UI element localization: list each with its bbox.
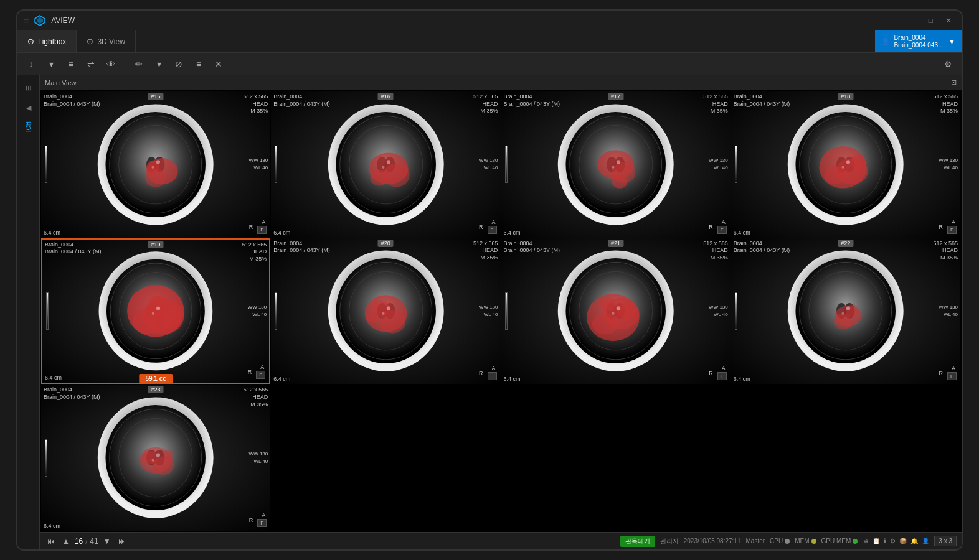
- user-icon: 👤: [881, 37, 890, 45]
- side-ich-label[interactable]: ICH: [24, 119, 33, 134]
- scan-orientation-r: R: [709, 370, 713, 376]
- scan-canvas: Brain_0004 Brain_0004 / 043Y (M) 512 x 5…: [271, 91, 500, 238]
- nav-prev[interactable]: ▲: [60, 536, 72, 547]
- tool-list[interactable]: ≡: [62, 56, 80, 72]
- svg-point-89: [600, 298, 615, 311]
- grid-size-selector[interactable]: 3 x 3: [934, 536, 957, 546]
- scan-orientation-r: R: [249, 224, 253, 230]
- scan-cell-9[interactable]: Brain_0004 Brain_0004 / 043Y (M) 512 x 5…: [41, 385, 270, 531]
- svg-point-114: [164, 450, 174, 460]
- svg-point-24: [386, 160, 390, 164]
- viewer-header: Main View ⊡: [40, 75, 962, 90]
- status-icon-7[interactable]: 👤: [922, 538, 929, 544]
- status-icon-3[interactable]: ℹ: [884, 538, 886, 544]
- tool-delete[interactable]: ✕: [210, 56, 227, 72]
- svg-point-64: [152, 312, 154, 315]
- viewer-expand-icon[interactable]: ⊡: [951, 78, 957, 86]
- user-badge[interactable]: 👤 Brain_0004 Brain_0004 043 ... ▼: [875, 30, 962, 52]
- menu-icon[interactable]: ≡: [24, 16, 29, 26]
- scan-info-tr: 512 x 565 HEAD M 35%: [244, 93, 268, 115]
- scan-cell-2[interactable]: Brain_0004 Brain_0004 / 043Y (M) 512 x 5…: [271, 91, 500, 238]
- user-dropdown-icon[interactable]: ▼: [948, 38, 955, 45]
- svg-point-13: [152, 166, 154, 168]
- nav-next[interactable]: ▼: [101, 536, 113, 547]
- scan-cell-5[interactable]: Brain_0004 Brain_0004 / 043Y (M) 512 x 5…: [41, 238, 270, 385]
- scan-info-tl: Brain_0004 Brain_0004 / 043Y (M): [734, 240, 790, 254]
- status-icon-6[interactable]: 🔔: [910, 538, 918, 544]
- status-gpu: GPU MEM: [821, 538, 858, 544]
- scan-ww-info: WW 130 WL 40: [249, 450, 268, 465]
- tool-ruler[interactable]: ≡: [190, 56, 207, 72]
- svg-point-37: [612, 166, 614, 168]
- status-icon-1[interactable]: 🖥: [863, 538, 869, 544]
- maximize-button[interactable]: □: [925, 15, 937, 26]
- close-button[interactable]: ✕: [942, 15, 955, 26]
- tool-dropdown[interactable]: ▾: [42, 56, 60, 72]
- scan-number: #16: [378, 93, 394, 100]
- tool-sync[interactable]: ⇌: [82, 56, 100, 72]
- scan-cell-1[interactable]: Brain_0004 Brain_0004 / 043Y (M) 512 x 5…: [41, 91, 270, 238]
- svg-point-12: [156, 160, 160, 164]
- tab-lightbox[interactable]: ⊙ Lightbox: [17, 30, 77, 52]
- scan-orientation-r: R: [249, 517, 253, 523]
- side-grid-icon[interactable]: ⊞: [20, 79, 37, 96]
- status-datetime: 2023/10/05 08:27:11: [684, 538, 741, 544]
- scan-f-label: F: [256, 371, 265, 379]
- nav-last[interactable]: ⏭: [116, 536, 128, 547]
- side-arrow-icon[interactable]: ◀: [20, 99, 37, 116]
- status-icon-4[interactable]: ⚙: [890, 538, 896, 544]
- tab-3dview[interactable]: ⊙ 3D View: [77, 30, 135, 52]
- tool-arrow[interactable]: ↕: [22, 56, 40, 72]
- scan-info-tr: 512 x 565 HEAD M 35%: [473, 240, 498, 262]
- scan-f-label: F: [488, 226, 497, 234]
- scan-cell-8[interactable]: Brain_0004 Brain_0004 / 043Y (M) 512 x 5…: [731, 238, 960, 385]
- scan-scale: [46, 292, 49, 330]
- scan-canvas: Brain_0004 Brain_0004 / 043Y (M) 512 x 5…: [731, 238, 960, 385]
- brain-svg: [283, 245, 489, 376]
- scan-scale: [505, 146, 508, 183]
- status-icon-2[interactable]: 📋: [873, 538, 880, 544]
- tool-eye[interactable]: 👁: [102, 56, 120, 72]
- tool-settings[interactable]: ⚙: [939, 56, 957, 72]
- scan-orientation-r: R: [939, 224, 944, 230]
- scan-measure: 6.4 cm: [734, 376, 750, 382]
- nav-current: 16: [75, 537, 83, 546]
- scan-measure: 6.4 cm: [44, 230, 60, 236]
- scan-info-tl: Brain_0004 Brain_0004 / 043Y (M): [734, 93, 790, 108]
- status-icons: 🖥 📋 ℹ ⚙ 📦 🔔 👤: [863, 538, 929, 544]
- svg-point-35: [612, 175, 627, 188]
- scan-measure: 6.4 cm: [44, 523, 60, 529]
- svg-point-115: [156, 453, 160, 457]
- svg-point-47: [825, 166, 846, 184]
- scan-ww-info: WW 130 WL 40: [479, 304, 498, 319]
- scan-info-tl: Brain_0004 Brain_0004 / 043Y (M): [45, 241, 101, 256]
- svg-point-49: [846, 160, 850, 164]
- scan-scale: [275, 292, 277, 330]
- scan-ww-info: WW 130 WL 40: [248, 304, 267, 319]
- scan-cell-6[interactable]: Brain_0004 Brain_0004 / 043Y (M) 512 x 5…: [271, 238, 500, 385]
- toolbar-separator-1: [125, 58, 125, 70]
- scan-orientation-a: A: [952, 365, 955, 371]
- scan-number: #22: [838, 240, 853, 247]
- minimize-button[interactable]: —: [905, 15, 920, 26]
- cpu-indicator: [785, 539, 790, 544]
- scan-orientation-a: A: [262, 512, 265, 518]
- scan-scale: [735, 146, 737, 183]
- monitor: ≡ AVIEW — □ ✕ ⊙ Lightbox ⊙ 3D View 👤: [16, 9, 963, 551]
- 3dview-icon: ⊙: [87, 37, 93, 46]
- scan-cell-7[interactable]: Brain_0004 Brain_0004 / 043Y (M) 512 x 5…: [501, 238, 731, 385]
- scan-cell-3[interactable]: Brain_0004 Brain_0004 / 043Y (M) 512 x 5…: [501, 91, 731, 238]
- scan-orientation-r: R: [479, 224, 483, 230]
- status-icon-5[interactable]: 📦: [899, 538, 907, 544]
- scan-canvas: Brain_0004 Brain_0004 / 043Y (M) 512 x 5…: [501, 91, 731, 238]
- scan-number: #17: [608, 93, 623, 100]
- scan-f-label: F: [947, 226, 957, 234]
- nav-first[interactable]: ⏮: [45, 536, 57, 547]
- tool-measure[interactable]: ⊘: [170, 56, 187, 72]
- svg-point-90: [617, 307, 620, 310]
- title-bar: ≡ AVIEW — □ ✕: [17, 11, 962, 30]
- scan-cell-4[interactable]: Brain_0004 Brain_0004 / 043Y (M) 512 x 5…: [731, 91, 960, 238]
- tool-annotate[interactable]: ✏: [130, 56, 148, 72]
- tool-annotate-dropdown[interactable]: ▾: [150, 56, 168, 72]
- svg-point-102: [846, 307, 850, 310]
